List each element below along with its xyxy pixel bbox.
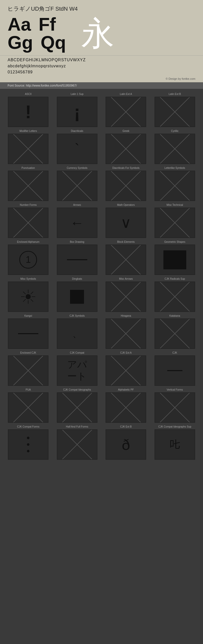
cell-label-11: Letterlike Symbols (164, 167, 185, 169)
cell-label-25: CJK Symbols (70, 314, 85, 317)
grid-cell-12: Number Forms (5, 204, 52, 238)
kangxi-line-glyph (18, 333, 38, 334)
cell-box-21 (57, 281, 97, 312)
cell-box-31 (155, 355, 195, 386)
grid-cell-14: Math Operators∨ (103, 204, 149, 238)
cell-label-32: PUA (26, 388, 31, 391)
cjk-dash-glyph (167, 370, 182, 371)
cell-box-34 (106, 392, 146, 423)
alphabet-digits: 0123456789 (8, 69, 195, 75)
arrow-glyph: ← (70, 215, 84, 231)
grid-cell-33: CJK Compat Ideographs (54, 388, 100, 423)
grid-cell-37: Half And Full Forms (54, 425, 100, 460)
katakana-text-glyph: アパート (67, 359, 87, 382)
cell-label-35: Vertical Forms (167, 388, 183, 391)
cell-label-26: Hiragana (121, 314, 131, 317)
cell-label-38: CJK Ext B (120, 425, 132, 428)
cell-box-36 (8, 429, 48, 460)
grid-cell-9: Currency Symbols (54, 167, 100, 201)
cell-box-28 (8, 355, 48, 386)
cell-label-4: Modifier Letters (20, 130, 37, 132)
cell-box-2 (106, 97, 146, 127)
font-source-bar: Font Source: http://www.fontke.com/font/… (0, 82, 203, 89)
cell-box-6 (106, 134, 146, 164)
cell-box-11 (155, 171, 195, 201)
cell-box-9 (57, 171, 97, 201)
cell-box-39: 𠮟 (155, 429, 195, 460)
cell-box-23 (155, 281, 195, 312)
cell-box-13: ← (57, 208, 97, 238)
cell-label-8: Punctuation (22, 167, 35, 169)
grid-cell-38: CJK Ext Bð (103, 425, 149, 460)
cell-box-32 (8, 392, 48, 423)
grid-cell-3: Latin Ext B (152, 93, 198, 127)
glyph-row1: Aa Ff (8, 15, 66, 33)
math-glyph: ∨ (121, 214, 131, 231)
grid-cell-36: CJK Compat Forms (5, 425, 52, 460)
cell-label-5: Diacriticals (71, 130, 83, 132)
cell-label-22: Misc Arrows (119, 277, 133, 280)
alphabet-lower: abcdefghijklmnopqrstuvwxyz (8, 63, 195, 69)
grid-cell-24: Kangxi (5, 314, 52, 349)
cell-label-30: CJK Ext A (120, 351, 132, 354)
sun-glyph (19, 288, 37, 306)
cell-label-19: Geometric Shapes (164, 240, 185, 243)
cell-label-21: Dingbats (72, 277, 82, 280)
glyph-preview: Aa Ff Gg Qq 永 (8, 15, 195, 52)
grid-cell-39: CJK Compat Ideographs Sup𠮟 (152, 425, 198, 460)
glyph-qq: Qq (41, 33, 66, 52)
grid-cell-31: CJK (152, 351, 198, 386)
cell-box-15 (155, 208, 195, 238)
cell-label-12: Number Forms (20, 204, 37, 206)
delta-glyph: ð (122, 436, 130, 453)
cell-box-0: ! (8, 97, 48, 127)
glyph-cjk: 永 (81, 17, 114, 50)
grid-cell-8: Punctuation (5, 167, 52, 201)
cell-box-4 (8, 134, 48, 164)
glyph-gg: Gg (8, 33, 33, 52)
cell-label-7: Cyrillic (171, 130, 178, 132)
source-bar: © Design by fontke.com (0, 76, 203, 82)
black-rect-glyph (163, 250, 186, 269)
complex-cjk-glyph: 𠮟 (169, 438, 180, 451)
dingbat-glyph (70, 290, 84, 304)
alphabet-upper: ABCDEFGHIJKLMNOPQRSTUVWXYZ (8, 57, 195, 63)
grid-cell-21: Dingbats (54, 277, 100, 312)
cell-box-20 (8, 281, 48, 312)
font-source-text: Font Source: http://www.fontke.com/font/… (8, 84, 77, 87)
cell-label-13: Arrows (73, 204, 81, 206)
cell-box-18 (106, 245, 146, 275)
cell-box-33 (57, 392, 97, 423)
grid-cell-0: ASCII! (5, 93, 52, 127)
cell-label-1: Latin 1 Sup (71, 93, 83, 95)
cell-label-37: Half And Full Forms (66, 425, 88, 428)
cell-label-18: Block Elements (117, 240, 135, 243)
grid-section: ASCII!Latin 1 Sup¡Latin Ext ALatin Ext B… (0, 89, 203, 464)
grid-cell-11: Letterlike Symbols (152, 167, 198, 201)
grid-cell-26: Hiragana (103, 314, 149, 349)
cell-box-24 (8, 318, 48, 349)
header-section: ヒラギノUD角ゴF StdN W4 Aa Ff Gg Qq 永 (0, 0, 203, 55)
glyph-aa: Aa (8, 15, 31, 33)
cell-label-20: Misc Symbols (20, 277, 36, 280)
cell-box-16: 1 (8, 245, 48, 275)
grid-cell-32: PUA (5, 388, 52, 423)
grid-cell-4: Modifier Letters (5, 130, 52, 164)
grid-cell-19: Geometric Shapes (152, 240, 198, 275)
grid-cell-35: Vertical Forms (152, 388, 198, 423)
glyph-row2: Gg Qq (8, 33, 66, 52)
cell-box-1: ¡ (57, 97, 97, 127)
cell-box-27 (155, 318, 195, 349)
grid-cell-34: Alphabetic PF (103, 388, 149, 423)
grid-cell-2: Latin Ext A (103, 93, 149, 127)
cell-label-6: Greek (123, 130, 129, 132)
cell-label-31: CJK (172, 351, 177, 354)
cell-box-30 (106, 355, 146, 386)
cell-box-10 (106, 171, 146, 201)
grid-cell-17: Box Drawing (54, 240, 100, 275)
grid-cell-1: Latin 1 Sup¡ (54, 93, 100, 127)
grid-cell-5: Diacriticals` (54, 130, 100, 164)
grid-cell-10: Diacriticals For Symbols (103, 167, 149, 201)
cell-box-38: ð (106, 429, 146, 460)
cell-label-29: CJK Compat (70, 351, 84, 354)
